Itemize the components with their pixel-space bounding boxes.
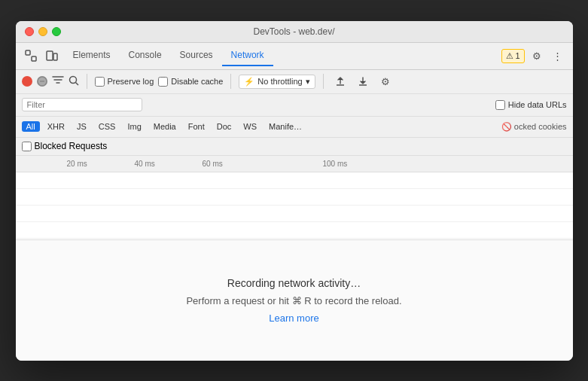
filter-img[interactable]: Img [123, 121, 145, 132]
inspect-icon[interactable] [22, 47, 40, 65]
tab-sources[interactable]: Sources [171, 45, 222, 66]
tabs: Elements Console Sources Network [64, 45, 499, 66]
warning-count: 1 [515, 51, 519, 60]
filter-icon[interactable] [52, 75, 64, 89]
stop-button[interactable] [37, 76, 47, 87]
filter-bar: Hide data URLs [16, 94, 573, 117]
grid-row-2 [16, 189, 573, 206]
filter-manifest[interactable]: Manife… [264, 121, 306, 132]
filter-media[interactable]: Media [149, 121, 181, 132]
svg-rect-2 [47, 51, 53, 60]
blocked-requests-label: Blocked Requests [35, 141, 108, 151]
filter-buttons: All XHR JS CSS Img Media Font Doc WS Man… [16, 117, 573, 138]
blocked-requests-checkbox[interactable] [22, 142, 32, 151]
disable-cache-label[interactable]: Disable cache [158, 77, 223, 87]
network-settings-icon[interactable]: ⚙ [376, 72, 395, 90]
titlebar: DevTools - web.dev/ [16, 21, 573, 43]
tab-elements[interactable]: Elements [64, 45, 120, 66]
recording-text: Recording network activity… [227, 277, 361, 289]
tab-bar: Elements Console Sources Network ⚠ 1 ⚙ ⋮ [16, 43, 573, 70]
upload-icon[interactable] [331, 72, 349, 90]
marker-20ms: 20 ms [67, 160, 87, 168]
filter-xhr[interactable]: XHR [43, 121, 69, 132]
record-button[interactable] [22, 76, 32, 87]
toolbar-separator-3 [323, 74, 324, 89]
svg-line-7 [75, 82, 78, 85]
grid-row-4 [16, 222, 573, 239]
marker-60ms: 60 ms [203, 160, 223, 168]
filter-input[interactable] [22, 98, 142, 111]
filter-ws[interactable]: WS [239, 121, 261, 132]
blocked-cookies-badge[interactable]: 🚫 ocked cookies [501, 122, 567, 132]
devtools-window: DevTools - web.dev/ Elements Console Sou… [16, 21, 573, 361]
settings-icon[interactable]: ⚙ [528, 47, 546, 65]
tab-network[interactable]: Network [222, 45, 273, 66]
throttle-dropdown[interactable]: ⚡ No throttling ▾ [239, 75, 315, 89]
toolbar-right: ⚠ 1 ⚙ ⋮ [501, 47, 566, 65]
chevron-down-icon: ▾ [306, 77, 310, 87]
warning-icon: ⚠ [506, 51, 513, 61]
more-icon[interactable]: ⋮ [549, 47, 567, 65]
minimize-button[interactable] [38, 27, 47, 36]
marker-100ms: 100 ms [323, 160, 348, 168]
hide-urls-label[interactable]: Hide data URLs [495, 100, 567, 110]
svg-rect-1 [32, 56, 36, 61]
hide-urls-text: Hide data URLs [508, 100, 567, 109]
close-button[interactable] [25, 27, 34, 36]
disable-cache-checkbox[interactable] [158, 77, 168, 87]
toolbar-separator-2 [230, 74, 231, 89]
throttle-value: No throttling [257, 77, 302, 86]
marker-40ms: 40 ms [135, 160, 155, 168]
throttle-label: ⚡ [244, 77, 254, 87]
preserve-log-text: Preserve log [108, 77, 154, 86]
hide-urls-checkbox[interactable] [495, 100, 505, 110]
disable-cache-text: Disable cache [171, 77, 223, 86]
maximize-button[interactable] [52, 27, 61, 36]
network-toolbar: Preserve log Disable cache ⚡ No throttli… [16, 70, 573, 94]
timeline-header: 20 ms 40 ms 60 ms 100 ms [16, 156, 573, 172]
preserve-log-label[interactable]: Preserve log [95, 77, 154, 87]
filter-font[interactable]: Font [184, 121, 209, 132]
tab-console[interactable]: Console [120, 45, 171, 66]
download-icon[interactable] [354, 72, 372, 90]
grid-row-3 [16, 206, 573, 222]
filter-all[interactable]: All [22, 121, 40, 132]
filter-css[interactable]: CSS [94, 121, 120, 132]
blocked-requests-bar: Blocked Requests [16, 138, 573, 156]
window-title: DevTools - web.dev/ [253, 26, 334, 37]
traffic-lights [25, 27, 61, 36]
learn-more-link[interactable]: Learn more [269, 312, 318, 324]
toolbar-separator [87, 74, 87, 89]
warning-badge[interactable]: ⚠ 1 [501, 49, 524, 63]
device-toggle-icon[interactable] [43, 47, 61, 65]
search-icon[interactable] [69, 75, 79, 88]
filter-doc[interactable]: Doc [212, 121, 236, 132]
grid-row-1 [16, 172, 573, 189]
instruction-text: Perform a request or hit ⌘ R to record t… [186, 295, 401, 306]
filter-js[interactable]: JS [72, 121, 91, 132]
svg-rect-0 [26, 50, 30, 55]
devtools-content: Preserve log Disable cache ⚡ No throttli… [16, 70, 573, 361]
preserve-log-checkbox[interactable] [95, 77, 105, 87]
network-grid [16, 172, 573, 240]
svg-rect-3 [53, 53, 57, 60]
svg-point-6 [69, 76, 76, 83]
empty-state: Recording network activity… Perform a re… [16, 240, 573, 361]
